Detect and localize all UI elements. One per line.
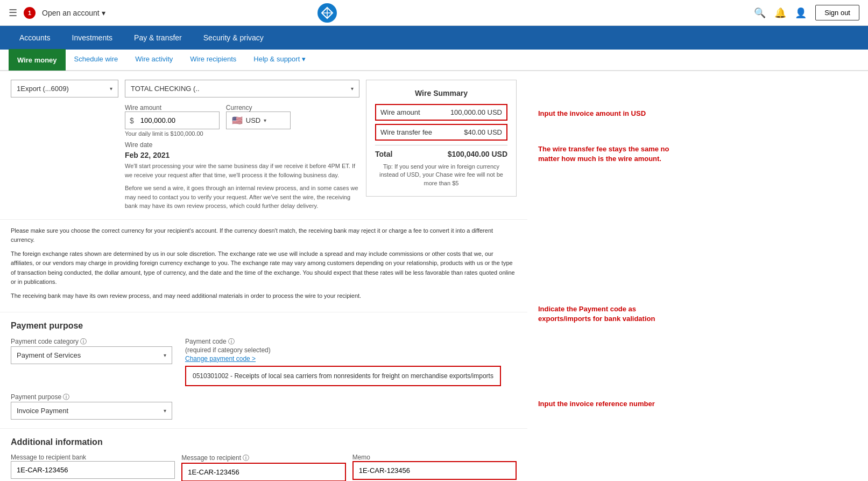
open-account-button[interactable]: Open an account ▾ <box>42 9 105 17</box>
chase-logo <box>317 3 337 23</box>
from-account-dropdown[interactable]: 1Export (...6009) ▾ <box>11 80 118 97</box>
search-icon[interactable]: 🔍 <box>754 7 766 19</box>
nav-item-investments[interactable]: Investments <box>61 26 123 50</box>
notification-badge[interactable]: 1 <box>24 7 36 19</box>
category-info-icon[interactable]: ⓘ <box>80 338 87 345</box>
payment-purpose-title: Payment purpose <box>11 321 517 331</box>
transfer-fee-label: Wire transfer fee <box>380 128 432 136</box>
wire-date-label: Wire date <box>125 141 359 149</box>
message-recipient-label: Message to recipient ⓘ <box>181 454 345 463</box>
alert-icon[interactable]: 🔔 <box>774 7 786 19</box>
wire-date-info2: Before we send a wire, it goes through a… <box>125 184 359 211</box>
payment-code-required: (required if category selected) <box>185 346 517 354</box>
currency-dropdown[interactable]: 🇺🇸 USD ▾ <box>226 111 291 129</box>
payment-category-dropdown[interactable]: Payment of Services ▾ <box>11 346 172 364</box>
additional-info-section: Additional information Message to recipi… <box>0 429 527 481</box>
annotation-2: The wire transfer fee stays the same no … <box>538 144 689 164</box>
annotations-panel: Input the invoice amount in USD The wire… <box>527 71 700 481</box>
top-right-icons: 🔍 🔔 👤 Sign out <box>754 5 859 20</box>
profile-icon[interactable]: 👤 <box>795 7 807 19</box>
payment-code-label: Payment code ⓘ <box>185 337 517 346</box>
wire-date-info1: We'll start processing your wire the sam… <box>125 162 359 179</box>
to-account-chevron: ▾ <box>351 86 354 92</box>
additional-info-title: Additional information <box>11 437 517 447</box>
disclaimers-section: Please make sure you choose the correct … <box>0 220 527 312</box>
message-bank-input[interactable] <box>11 461 175 479</box>
category-chevron: ▾ <box>164 352 166 358</box>
message-recipient-group: Message to recipient ⓘ Maximum 140 chara… <box>181 454 345 481</box>
wire-amount-summary-value: 100,000.00 USD <box>450 108 502 116</box>
wire-amount-group: Wire amount $ Your daily limit is $100,0… <box>125 104 220 137</box>
message-inputs-row: Message to recipient bank Maximum 85 cha… <box>11 454 517 481</box>
annotation-1: Input the invoice amount in USD <box>538 109 689 118</box>
wire-date-group: Wire date Feb 22, 2021 We'll start proce… <box>125 141 359 211</box>
payment-purpose-group: Payment purpose ⓘ Invoice Payment ▾ <box>11 393 172 420</box>
purpose-chevron: ▾ <box>164 408 166 414</box>
currency-chevron: ▾ <box>264 117 266 123</box>
subnav-wire-recipients[interactable]: Wire recipients <box>181 49 245 71</box>
subnav-help-support[interactable]: Help & support ▾ <box>245 49 314 71</box>
payment-code-group: Payment code ⓘ (required if category sel… <box>185 337 517 386</box>
subnav-wire-activity[interactable]: Wire activity <box>126 49 181 71</box>
disclaimer-3: The receiving bank may have its own revi… <box>11 291 517 301</box>
wire-summary-box: Wire Summary Wire amount 100,000.00 USD … <box>366 80 517 197</box>
message-recipient-info-icon[interactable]: ⓘ <box>243 454 249 462</box>
wire-amount-label: Wire amount <box>125 104 220 111</box>
disclaimer-2: The foreign exchange rates shown are det… <box>11 249 517 287</box>
chevron-down-icon: ▾ <box>302 55 306 63</box>
payment-purpose-dropdown[interactable]: Invoice Payment ▾ <box>11 402 172 420</box>
total-row: Total $100,040.00 USD <box>375 145 507 158</box>
payment-purpose-section: Payment purpose Payment code category ⓘ … <box>0 312 527 429</box>
dollar-prefix: $ <box>125 116 138 125</box>
subnav-schedule-wire[interactable]: Schedule wire <box>66 49 127 71</box>
from-account-group: 1Export (...6009) ▾ <box>11 80 118 97</box>
wire-amount-row: Wire amount 100,000.00 USD <box>375 104 507 121</box>
message-bank-group: Message to recipient bank Maximum 85 cha… <box>11 454 175 481</box>
payment-category-group: Payment code category ⓘ Payment of Servi… <box>11 337 172 364</box>
currency-label: Currency <box>226 104 291 111</box>
to-account-dropdown[interactable]: TOTAL CHECKING (.. ▾ <box>125 80 359 97</box>
memo-label: Memo <box>352 454 517 461</box>
message-recipient-input[interactable] <box>181 463 345 481</box>
change-payment-code-link[interactable]: Change payment code > <box>185 355 517 363</box>
nav-item-accounts[interactable]: Accounts <box>9 26 61 50</box>
from-account-chevron: ▾ <box>110 86 112 92</box>
memo-input[interactable] <box>352 461 517 480</box>
wire-summary-title: Wire Summary <box>375 89 507 97</box>
nav-item-pay-transfer[interactable]: Pay & transfer <box>123 26 193 50</box>
total-value: $100,040.00 USD <box>448 150 507 158</box>
transfer-fee-value: $40.00 USD <box>464 128 502 136</box>
daily-limit-hint: Your daily limit is $100,000.00 <box>125 130 220 137</box>
purpose-label: Payment purpose ⓘ <box>11 393 172 402</box>
annotation-4: Input the invoice reference number <box>538 399 689 409</box>
payment-code-value: 0510301002 - Receipts of local sea carri… <box>185 366 501 386</box>
main-navigation: Accounts Investments Pay & transfer Secu… <box>0 26 868 50</box>
purpose-info-icon[interactable]: ⓘ <box>63 393 69 401</box>
sign-out-button[interactable]: Sign out <box>815 5 859 20</box>
wire-date-value: Feb 22, 2021 <box>125 151 359 159</box>
annotation-3: Indicate the Payment code as exports/imp… <box>538 304 689 324</box>
payment-category-label: Payment code category ⓘ <box>11 337 172 346</box>
payment-code-info-icon[interactable]: ⓘ <box>228 338 235 345</box>
top-navigation: ☰ 1 Open an account ▾ 🔍 🔔 👤 Sign out <box>0 0 868 26</box>
sub-navigation: Wire money Schedule wire Wire activity W… <box>0 50 868 71</box>
dropdown-arrow-icon: ▾ <box>102 9 105 17</box>
usd-flag: 🇺🇸 <box>232 115 243 126</box>
nav-item-security-privacy[interactable]: Security & privacy <box>193 26 274 50</box>
wire-amount-input-wrapper: $ <box>125 111 220 129</box>
memo-group: Memo Your recipient won't see this; it's… <box>352 454 517 481</box>
total-label: Total <box>375 150 392 158</box>
tip-text: Tip: If you send your wire in foreign cu… <box>375 163 507 187</box>
wire-amount-summary-label: Wire amount <box>380 108 420 116</box>
subnav-wire-money[interactable]: Wire money <box>9 49 66 71</box>
disclaimer-1: Please make sure you choose the correct … <box>11 226 517 245</box>
wire-amount-input[interactable] <box>138 112 219 129</box>
message-bank-label: Message to recipient bank <box>11 454 175 461</box>
hamburger-icon[interactable]: ☰ <box>9 7 17 19</box>
currency-group: Currency 🇺🇸 USD ▾ <box>226 104 291 137</box>
wire-details-group: TOTAL CHECKING (.. ▾ Wire amount $ Your … <box>125 80 359 211</box>
wire-summary-panel: Wire Summary Wire amount 100,000.00 USD … <box>366 80 517 197</box>
transfer-fee-row: Wire transfer fee $40.00 USD <box>375 124 507 141</box>
